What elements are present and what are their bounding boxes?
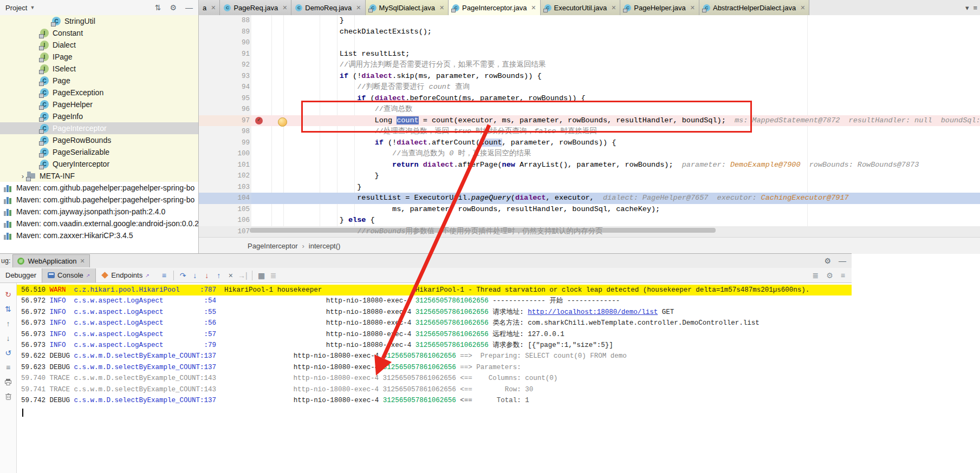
project-panel-title[interactable]: Project [5,4,27,12]
close-icon[interactable]: ✕ [531,4,536,11]
code-text[interactable]: //调用方法判断是否需要进行分页，如果不需要，直接返回结果 [251,60,980,71]
step-over-icon[interactable]: ↷ [177,271,189,280]
gutter-line-number[interactable]: 101 [199,160,251,171]
gutter-line-number[interactable]: 100 [199,148,251,160]
close-icon[interactable]: ✕ [690,4,695,11]
force-step-into-icon[interactable]: ↓ [201,271,213,280]
tree-item-stringutil[interactable]: CStringUtil [0,15,198,27]
close-icon[interactable]: ✕ [80,258,85,265]
frames-icon[interactable]: ⇅ [3,304,13,314]
close-icon[interactable]: ✕ [211,4,216,11]
chevron-down-icon[interactable]: ▼ [30,5,35,10]
code-text[interactable]: if (!dialect.afterCount(count, parameter… [251,137,980,149]
code-text[interactable]: //查询总数 [251,104,980,115]
gutter-line-number[interactable]: 104 [199,193,251,204]
run-configuration-tab[interactable]: WebApplication ✕ [12,254,89,267]
close-icon[interactable]: ✕ [282,4,287,11]
up-stack-icon[interactable]: ↑ [3,319,13,329]
gutter-line-number[interactable]: 92 [199,60,251,71]
editor-tab-mysqldialect-java[interactable]: CMySqlDialect.java✕ [366,0,449,15]
editor-tab-pagehelper-java[interactable]: CPageHelper.java✕ [620,0,699,15]
code-text[interactable] [251,37,980,49]
code-text[interactable]: return dialect.afterPage(new ArrayList()… [251,160,980,171]
code-text[interactable]: if (dialect.beforeCount(ms, parameter, r… [251,93,980,104]
tree-item-pageinterceptor[interactable]: CPageInterceptor [0,122,198,134]
close-icon[interactable]: ✕ [611,4,616,11]
collapse-all-icon[interactable]: ⇅ [155,3,161,12]
code-text[interactable]: //处理查询总数，返回 true 时继续分页查询，false 时直接返回 [251,126,980,137]
hide-panel-icon[interactable]: — [839,257,846,265]
horizontal-scrollbar[interactable] [250,228,716,233]
chevron-down-icon[interactable]: ▾ [965,4,969,12]
tree-item-pageinfo[interactable]: CPageInfo [0,110,198,122]
clear-console-icon[interactable] [3,392,13,402]
console-output[interactable]: 56.510 WARN c.z.hikari.pool.HikariPool :… [17,283,852,473]
code-editor[interactable]: 88 }89 checkDialectExists();9091 List re… [199,15,980,237]
close-icon[interactable]: ✕ [800,4,805,11]
gutter-line-number[interactable]: 106 [199,215,251,226]
restore-layout-icon[interactable]: ↺ [3,348,13,358]
settings-icon[interactable]: ⚙ [824,257,831,265]
gutter-line-number[interactable]: 96 [199,104,251,115]
debug-tab-debugger[interactable]: Debugger [0,268,42,283]
gutter-line-number[interactable]: 99 [199,137,251,149]
code-text[interactable]: } [251,15,980,27]
drop-frame-icon[interactable]: × [225,271,237,280]
gutter-line-number[interactable]: 107 [199,226,251,238]
tree-item-page[interactable]: CPage [0,75,198,87]
tree-item-pageserializable[interactable]: CPageSerializable [0,146,198,158]
editor-tab-abstracthelperdialect-java[interactable]: CAbstractHelperDialect.java✕ [699,0,809,15]
gutter-line-number[interactable]: 103 [199,182,251,193]
gutter-line-number[interactable]: 91 [199,49,251,60]
editor-tab-executorutil-java[interactable]: CExecutorUtil.java✕ [541,0,621,15]
editor-tab-pageinterceptor-java[interactable]: CPageInterceptor.java✕ [449,0,540,15]
evaluate-expression-icon[interactable]: ▦ [256,271,268,280]
gutter-line-number[interactable]: 93 [199,71,251,82]
tree-item-constant[interactable]: IConstant [0,27,198,39]
gutter-line-number[interactable]: 97 [199,115,251,127]
code-text[interactable]: //判断是否需要进行 count 查询 [251,82,980,93]
tab-list-icon[interactable]: ≡ [973,4,977,12]
debug-tab-console[interactable]: Console↗ [42,268,96,283]
editor-tab-demoreq-java[interactable]: CDemoReq.java✕ [291,0,365,15]
breakpoint-icon[interactable]: ✓ [255,117,263,124]
debug-tab-endpoints[interactable]: Endpoints↗ [96,268,154,283]
tree-item-iselect[interactable]: IISelect [0,63,198,75]
breadcrumb-method[interactable]: intercept() [309,242,341,250]
tree-item-ipage[interactable]: IIPage [0,51,198,63]
tree-item-pagehelper[interactable]: CPageHelper [0,98,198,110]
tree-item-maven-com-jayway-jsonpath-json-path-2-4-0[interactable]: Maven: com.jayway.jsonpath:json-path:2.4… [0,206,198,218]
tree-item-maven-com-zaxxer-hikaricp-3-4-5[interactable]: Maven: com.zaxxer:HikariCP:3.4.5 [0,229,198,241]
code-text[interactable]: ms, parameter, rowBounds, resultHandler,… [251,204,980,215]
close-icon[interactable]: ✕ [356,4,361,11]
step-into-icon[interactable]: ↓ [189,271,201,280]
gutter-line-number[interactable]: 102 [199,170,251,182]
intention-bulb-icon[interactable] [278,117,287,127]
settings-icon[interactable]: ⚙ [170,3,177,12]
gutter-line-number[interactable]: 98 [199,126,251,137]
view-options-icon[interactable]: ≡ [158,271,170,280]
breadcrumb-class[interactable]: PageInterceptor [248,242,298,250]
gutter-line-number[interactable]: 88 [199,15,251,27]
gutter-line-number[interactable]: 105 [199,204,251,215]
console-link-url[interactable]: http://localhost:18080/demo/list [528,308,658,316]
tree-item-maven-com-vaadin-external-google-android-json-0-0-2[interactable]: Maven: com.vaadin.external.google:androi… [0,218,198,229]
tree-item-pagerowbounds[interactable]: CPageRowBounds [0,134,198,146]
hide-panel-icon[interactable]: — [185,3,193,12]
tree-item-pageexception[interactable]: CPageException [0,87,198,98]
step-out-icon[interactable]: ↑ [213,271,225,280]
gutter-line-number[interactable]: 89 [199,27,251,38]
editor-tab-pagereq-java[interactable]: CPageReq.java✕ [220,0,291,15]
tree-item-dialect[interactable]: IDialect [0,39,198,51]
console-settings-icon[interactable]: ⚙ [826,271,833,280]
tree-item-maven-com-github-pagehelper-pagehelper-spring-bo[interactable]: Maven: com.github.pagehelper:pagehelper-… [0,182,198,194]
code-text[interactable]: if (!dialect.skip(ms, parameter, rowBoun… [251,71,980,82]
gutter-line-number[interactable]: 94 [199,82,251,93]
tree-item-maven-com-github-pagehelper-pagehelper-spring-bo[interactable]: Maven: com.github.pagehelper:pagehelper-… [0,194,198,206]
soft-wrap-icon[interactable]: ≡ [841,271,845,280]
down-stack-icon[interactable]: ↓ [3,333,13,343]
code-text[interactable]: checkDialectExists(); [251,27,980,38]
editor-tab-a[interactable]: a✕ [199,0,220,15]
print-icon[interactable] [3,377,13,387]
code-text[interactable]: } else { [251,215,980,226]
